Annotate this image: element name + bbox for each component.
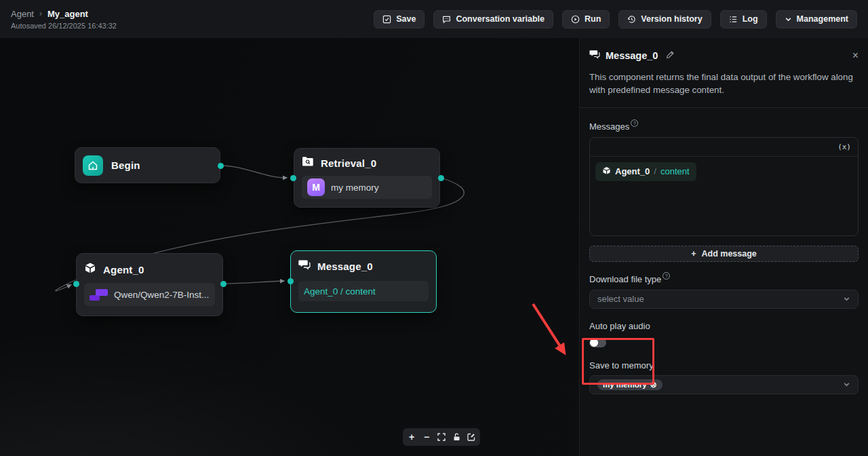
reference-separator: / <box>654 166 656 176</box>
download-file-type-label: Download file type <box>589 274 661 284</box>
panel-body: Messages ? (x) Agent_0 / content + Add m… <box>580 108 868 394</box>
node-agent-title: Agent_0 <box>103 264 144 276</box>
cube-icon <box>602 166 611 178</box>
chat-bubble-icon <box>442 15 451 24</box>
version-history-button[interactable]: Version history <box>618 10 711 28</box>
edge-agent-message <box>223 281 284 284</box>
save-to-memory-select[interactable]: my memory ⊗ <box>589 375 859 394</box>
toggle-knob <box>590 339 598 347</box>
run-button[interactable]: Run <box>562 10 610 28</box>
panel-title: Message_0 <box>606 50 658 61</box>
message-icon <box>298 259 311 273</box>
auto-play-audio-toggle[interactable] <box>589 338 606 347</box>
save-icon <box>382 15 391 24</box>
save-to-memory-label-row: Save to memory <box>589 360 859 370</box>
version-history-label: Version history <box>641 14 702 24</box>
breadcrumb-current: My_agent <box>47 9 88 19</box>
add-message-label: Add message <box>702 249 757 259</box>
download-file-type-placeholder: select value <box>597 294 644 304</box>
help-icon: ? <box>631 119 638 127</box>
messages-label-row: Messages ? <box>589 121 859 132</box>
log-button[interactable]: Log <box>720 10 767 28</box>
message-reference-item[interactable]: Agent_0 / content <box>298 281 429 301</box>
agent-model-item[interactable]: Qwen/Qwen2-7B-Inst... <box>84 283 215 306</box>
canvas-toolbar: + − <box>403 428 480 446</box>
download-file-type-label-row: Download file type ? <box>589 274 859 284</box>
history-icon <box>627 15 636 24</box>
zoom-out-button[interactable]: − <box>420 431 433 443</box>
edges-layer <box>0 38 579 456</box>
node-message-title: Message_0 <box>317 261 373 272</box>
retrieval-memory-label: my memory <box>331 183 379 193</box>
download-file-type-select[interactable]: select value <box>589 290 859 309</box>
topbar-left: Agent › My_agent Autosaved 26/12/2025 16… <box>11 9 117 30</box>
add-message-button[interactable]: + Add message <box>589 246 859 262</box>
cube-icon <box>84 262 96 277</box>
lock-icon[interactable] <box>450 431 462 443</box>
save-button-label: Save <box>396 14 416 24</box>
log-icon <box>729 15 738 24</box>
save-to-memory-label: Save to memory <box>589 360 654 370</box>
node-begin[interactable]: Begin <box>75 147 220 183</box>
variable-reference-chip[interactable]: Agent_0 / content <box>595 162 696 181</box>
home-icon <box>83 155 103 176</box>
breadcrumb: Agent › My_agent <box>11 9 117 19</box>
reference-node-name: Agent_0 <box>615 166 650 176</box>
node-agent[interactable]: Agent_0 Qwen/Qwen2-7B-Inst... <box>76 253 223 316</box>
autosave-status: Autosaved 26/12/2025 16:43:32 <box>11 22 117 30</box>
breadcrumb-separator: › <box>39 9 42 18</box>
panel-description: This component returns the final data ou… <box>589 71 859 97</box>
auto-play-audio-label-row: Auto play audio <box>589 321 859 331</box>
messages-label: Messages <box>589 121 629 132</box>
handle-agent-out[interactable] <box>220 281 226 287</box>
node-begin-title: Begin <box>111 159 140 171</box>
save-button[interactable]: Save <box>374 10 425 28</box>
topbar-actions: Save Conversation variable Run Version h… <box>374 10 857 28</box>
zoom-in-button[interactable]: + <box>406 431 418 443</box>
messages-editor-toolbar: (x) <box>590 138 858 157</box>
run-icon <box>571 15 580 24</box>
edit-pencil-icon[interactable] <box>666 50 675 62</box>
chevron-down-icon <box>843 293 850 305</box>
handle-agent-in[interactable] <box>73 281 79 287</box>
message-reference-label: Agent_0 / content <box>304 286 376 297</box>
retrieval-knowledge-item[interactable]: M my memory <box>302 176 432 199</box>
auto-play-audio-label: Auto play audio <box>589 321 650 331</box>
node-message[interactable]: Message_0 Agent_0 / content <box>290 250 437 313</box>
conversation-variable-label: Conversation variable <box>456 14 545 24</box>
message-icon <box>589 50 600 62</box>
chevron-down-icon <box>843 379 850 391</box>
topbar: Agent › My_agent Autosaved 26/12/2025 16… <box>0 0 868 38</box>
memory-tag: my memory ⊗ <box>597 379 663 390</box>
plus-icon: + <box>691 249 696 259</box>
breadcrumb-agent[interactable]: Agent <box>11 9 34 19</box>
run-button-label: Run <box>585 14 601 24</box>
handle-retrieval-in[interactable] <box>290 175 296 181</box>
help-icon: ? <box>663 272 670 280</box>
handle-begin-out[interactable] <box>218 163 224 169</box>
messages-editor-content[interactable]: Agent_0 / content <box>590 157 858 187</box>
insert-variable-icon[interactable]: (x) <box>837 142 851 151</box>
workflow-canvas[interactable]: Begin Retrieval_0 M my memory Agent_0 Qw… <box>0 38 579 456</box>
panel-header: Message_0 × This component returns the f… <box>580 38 868 108</box>
agent-model-label: Qwen/Qwen2-7B-Inst... <box>114 290 209 300</box>
reference-field-name: content <box>660 166 690 176</box>
node-retrieval[interactable]: Retrieval_0 M my memory <box>294 148 440 208</box>
edge-begin-retrieval <box>220 166 287 178</box>
remove-tag-icon[interactable]: ⊗ <box>650 381 657 389</box>
fit-view-icon[interactable] <box>435 431 448 443</box>
node-settings-panel: Message_0 × This component returns the f… <box>579 38 868 456</box>
handle-message-in[interactable] <box>288 278 294 284</box>
model-provider-icon <box>90 289 108 301</box>
memory-tag-label: my memory <box>603 381 647 389</box>
close-icon[interactable]: × <box>852 50 859 61</box>
node-retrieval-title: Retrieval_0 <box>321 157 376 169</box>
memory-avatar: M <box>307 178 325 196</box>
management-button-label: Management <box>797 14 848 24</box>
management-button[interactable]: Management <box>776 10 857 28</box>
handle-retrieval-out[interactable] <box>438 175 444 181</box>
conversation-variable-button[interactable]: Conversation variable <box>433 10 553 28</box>
messages-editor[interactable]: (x) Agent_0 / content <box>589 137 859 236</box>
chevron-down-icon <box>785 16 792 23</box>
compose-icon[interactable] <box>465 431 477 443</box>
